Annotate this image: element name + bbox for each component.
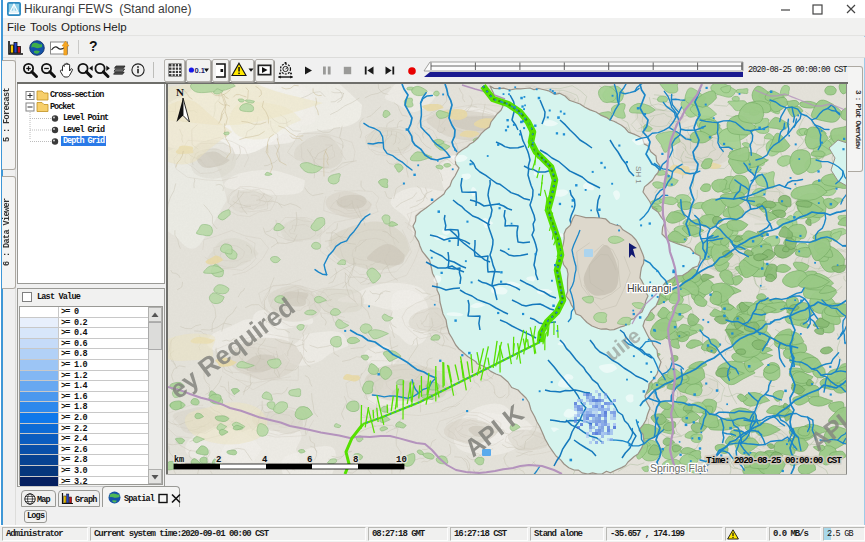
svg-text:4: 4 [262,455,268,465]
svg-text:km: km [174,455,184,465]
svg-text:Time: 2020-08-25 00:00:00 CST: Time: 2020-08-25 00:00:00 CST [706,455,842,466]
svg-text:Springs Flat: Springs Flat [650,462,706,474]
svg-text:10: 10 [396,455,407,465]
svg-text:Hikurangi: Hikurangi [627,282,671,294]
svg-text:8: 8 [353,455,358,465]
svg-text:6: 6 [307,455,312,465]
svg-text:N: N [176,86,184,98]
svg-text:SH 1: SH 1 [634,166,643,184]
svg-text:2: 2 [216,455,221,465]
